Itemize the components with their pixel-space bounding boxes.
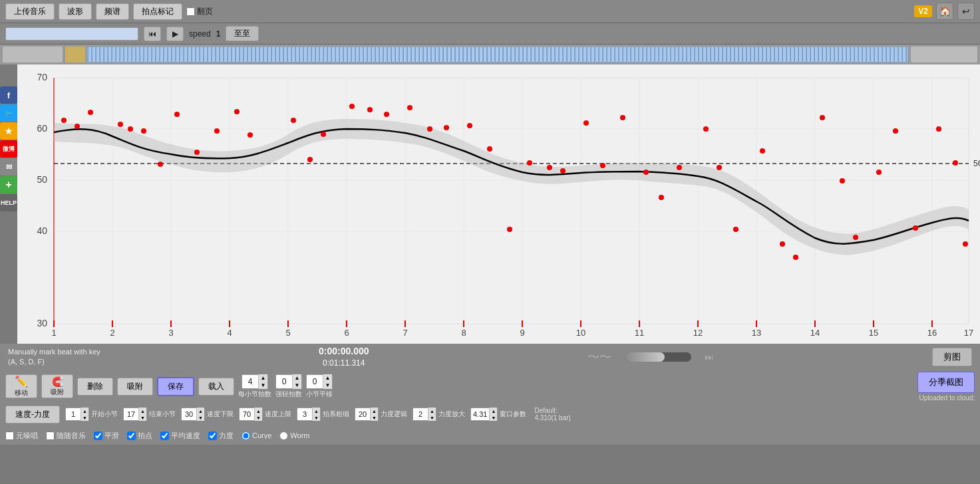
beat-mark-button[interactable]: 拍点标记 <box>133 3 182 20</box>
force-checkbox[interactable] <box>208 431 217 440</box>
svg-point-63 <box>349 104 355 109</box>
waveform-thumb[interactable] <box>65 47 85 62</box>
wave-icon: 〜〜 <box>587 349 611 365</box>
weibo-button[interactable]: 微博 <box>0 140 17 158</box>
delete-button[interactable]: 删除 <box>77 378 113 396</box>
svg-point-72 <box>527 160 532 166</box>
start-measure-spinbox[interactable]: 1 ▲ ▼ <box>65 408 89 421</box>
adsorb-button[interactable]: 🧲 吸附 <box>41 374 73 398</box>
smin-up[interactable]: ▲ <box>196 408 204 414</box>
home-icon[interactable]: 🏠 <box>936 3 953 20</box>
svg-text:56.1: 56.1 <box>973 159 980 168</box>
controls-row1: ✏️ 移动 🧲 吸附 删除 吸附 保存 载入 4 ▲ ▼ 每小节拍数 0 ▲ ▼… <box>0 370 980 402</box>
svg-point-71 <box>507 227 512 232</box>
svg-point-67 <box>427 126 432 132</box>
plus-button[interactable]: + <box>0 176 17 193</box>
strength-dn[interactable]: ▼ <box>292 382 301 389</box>
bf-dn[interactable]: ▼ <box>312 414 320 421</box>
step-dn[interactable]: ▼ <box>323 382 332 389</box>
fmax-up[interactable]: ▲ <box>428 408 436 414</box>
smax-dn[interactable]: ▼ <box>254 414 262 421</box>
fm-dn[interactable]: ▼ <box>370 414 378 421</box>
help-button[interactable]: HELP <box>0 194 17 211</box>
play-button[interactable]: ▶ <box>166 27 184 41</box>
beat-point-checkbox[interactable] <box>127 431 136 440</box>
hint-text: Manually mark beat with key (A, S, D, F) <box>8 347 100 368</box>
svg-text:3: 3 <box>168 328 173 338</box>
avg-speed-group: 平均速度 <box>160 431 200 441</box>
svg-text:5: 5 <box>285 328 290 338</box>
svg-point-77 <box>620 115 625 120</box>
smooth-group: 平滑 <box>94 431 119 441</box>
settings-icon[interactable]: ↩ <box>957 3 975 20</box>
window-param-spinbox[interactable]: 4.31 ▲ ▼ <box>470 408 498 421</box>
current-time: 0:00:00.000 <box>319 345 369 358</box>
file-name-input[interactable]: 英奏19张昊庭 <box>5 27 138 41</box>
facebook-button[interactable]: f <box>0 86 17 104</box>
beat-fine-spinbox[interactable]: 3 ▲ ▼ <box>297 408 321 421</box>
save-button[interactable]: 保存 <box>157 377 194 396</box>
star-button[interactable]: ★ <box>0 122 17 140</box>
svg-text:15: 15 <box>869 328 878 338</box>
confirm-button[interactable]: 至至 <box>226 26 259 41</box>
rewind-button[interactable]: ⏮ <box>144 27 161 41</box>
speed-max-spinbox[interactable]: 70 ▲ ▼ <box>239 408 263 421</box>
end-dn[interactable]: ▼ <box>138 414 146 421</box>
waveform-main[interactable] <box>86 47 908 62</box>
svg-rect-0 <box>17 64 980 344</box>
spectrum-button[interactable]: 频谱 <box>96 3 129 20</box>
split-chart-button[interactable]: 分季截图 <box>917 372 975 393</box>
wp-up[interactable]: ▲ <box>489 408 497 414</box>
start-up[interactable]: ▲ <box>81 408 88 414</box>
beats-up[interactable]: ▲ <box>258 374 267 382</box>
step-up[interactable]: ▲ <box>323 374 332 382</box>
svg-point-81 <box>703 126 709 132</box>
beat-strength-spinbox[interactable]: 0 ▲ ▼ <box>275 374 302 389</box>
twitter-button[interactable]: 🐦 <box>0 104 17 122</box>
move-button[interactable]: ✏️ 移动 <box>5 374 37 398</box>
beats-per-measure-spinbox[interactable]: 4 ▲ ▼ <box>242 374 268 389</box>
force-max-spinbox[interactable]: 2 ▲ ▼ <box>412 408 436 421</box>
smax-up[interactable]: ▲ <box>254 408 262 414</box>
wp-dn[interactable]: ▼ <box>489 414 497 421</box>
svg-point-68 <box>444 125 449 130</box>
speed-min-spinbox[interactable]: 30 ▲ ▼ <box>181 408 205 421</box>
measure-step-spinbox[interactable]: 0 ▲ ▼ <box>306 374 333 389</box>
random-music-checkbox[interactable] <box>46 431 55 440</box>
curve-radio-group: Curve <box>242 431 271 440</box>
smooth-checkbox[interactable] <box>94 431 102 440</box>
fmax-dn[interactable]: ▼ <box>428 414 436 421</box>
svg-text:13: 13 <box>752 328 761 338</box>
speed-force-button[interactable]: 速度-力度 <box>5 406 60 424</box>
flip-checkbox[interactable] <box>186 7 195 16</box>
curve-radio[interactable] <box>242 431 250 440</box>
start-dn[interactable]: ▼ <box>81 414 88 421</box>
svg-point-64 <box>367 107 373 112</box>
adsorb-btn2[interactable]: 吸附 <box>117 378 153 396</box>
strength-up[interactable]: ▲ <box>292 374 301 382</box>
smin-dn[interactable]: ▼ <box>196 414 204 421</box>
waveform-button[interactable]: 波形 <box>59 3 92 20</box>
force-min-spinbox[interactable]: 20 ▲ ▼ <box>355 408 379 421</box>
fm-up[interactable]: ▲ <box>370 408 378 414</box>
no-noise-checkbox[interactable] <box>5 431 14 440</box>
bf-up[interactable]: ▲ <box>312 408 320 414</box>
upload-music-button[interactable]: 上传音乐 <box>5 3 55 20</box>
avg-speed-checkbox[interactable] <box>160 431 169 440</box>
mail-button[interactable]: ✉ <box>0 158 17 176</box>
load-button[interactable]: 载入 <box>198 378 234 396</box>
svg-text:8: 8 <box>461 328 466 338</box>
cut-button[interactable]: 剪图 <box>932 348 972 366</box>
beats-dn[interactable]: ▼ <box>258 382 267 389</box>
worm-radio[interactable] <box>279 431 288 440</box>
svg-point-48 <box>61 118 67 123</box>
svg-point-60 <box>291 118 296 123</box>
end-up[interactable]: ▲ <box>138 408 146 414</box>
wave-slider[interactable] <box>625 352 691 362</box>
speed-label: speed <box>189 29 211 39</box>
controls-row2: 速度-力度 1 ▲ ▼ 开始小节 17 ▲ ▼ 结束小节 30 ▲ ▼ <box>0 402 980 426</box>
svg-point-83 <box>733 227 738 232</box>
speed-min-group: 30 ▲ ▼ 速度下限 <box>181 408 234 421</box>
end-measure-spinbox[interactable]: 17 ▲ ▼ <box>123 408 147 421</box>
svg-text:7: 7 <box>403 328 407 338</box>
